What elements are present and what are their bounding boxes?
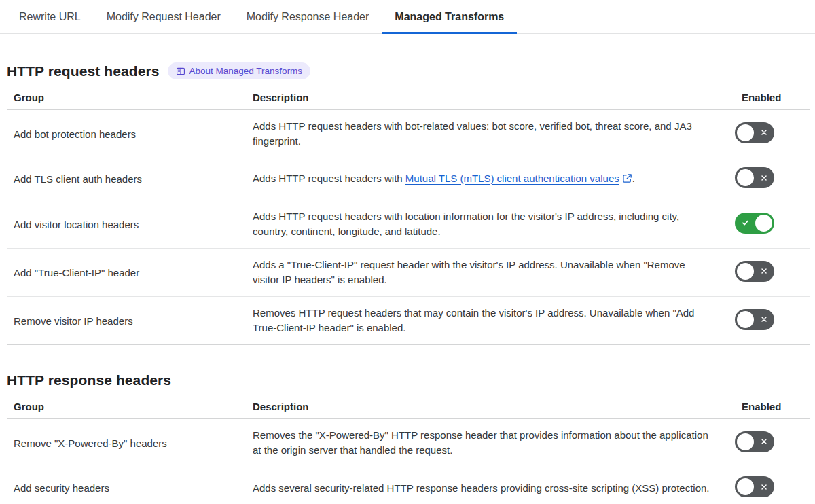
x-icon xyxy=(760,128,768,137)
column-header-group: Group xyxy=(7,89,246,110)
toggle-knob xyxy=(737,478,754,495)
enabled-toggle[interactable] xyxy=(735,122,774,143)
description-cell: Adds HTTP request headers with location … xyxy=(246,200,735,249)
enabled-toggle[interactable] xyxy=(735,167,774,188)
description-link[interactable]: Mutual TLS (mTLS) client authentication … xyxy=(405,173,619,184)
check-icon xyxy=(741,219,750,228)
x-icon xyxy=(760,267,768,275)
description-text: Adds HTTP request headers with xyxy=(253,173,405,184)
tab-rewrite-url[interactable]: Rewrite URL xyxy=(6,0,94,33)
enabled-toggle[interactable] xyxy=(735,476,774,497)
toggle-knob xyxy=(737,311,754,328)
table-row: Add security headersAdds several securit… xyxy=(7,467,810,504)
enabled-toggle[interactable] xyxy=(735,309,774,330)
group-cell: Remove "X-Powered-By" headers xyxy=(7,419,246,467)
description-text: . xyxy=(632,173,635,184)
group-cell: Add "True-Client-IP" header xyxy=(7,249,246,297)
enabled-toggle[interactable] xyxy=(735,261,774,282)
main-content: HTTP request headers About Managed Trans… xyxy=(0,62,815,504)
column-header-group: Group xyxy=(7,398,246,419)
toggle-knob xyxy=(737,124,754,141)
description-cell: Adds HTTP request headers with bot-relat… xyxy=(246,110,735,158)
tab-modify-request-header[interactable]: Modify Request Header xyxy=(94,0,234,33)
book-icon xyxy=(176,67,185,76)
enabled-cell xyxy=(735,158,810,200)
table-row: Remove visitor IP headersRemoves HTTP re… xyxy=(7,297,810,345)
table-row: Add visitor location headersAdds HTTP re… xyxy=(7,200,810,249)
tab-bar: Rewrite URL Modify Request Header Modify… xyxy=(0,0,815,34)
group-cell: Add bot protection headers xyxy=(7,110,246,158)
column-header-description: Description xyxy=(246,398,735,419)
enabled-toggle[interactable] xyxy=(735,213,774,234)
request-headers-title: HTTP request headers xyxy=(7,63,160,79)
group-cell: Add security headers xyxy=(7,467,246,504)
request-headers-table: Group Description Enabled Add bot protec… xyxy=(7,89,810,345)
column-header-description: Description xyxy=(246,89,735,110)
enabled-cell xyxy=(735,249,810,297)
toggle-knob xyxy=(737,169,754,186)
x-icon xyxy=(760,315,768,323)
description-cell: Adds a "True-Client-IP" request header w… xyxy=(246,249,735,297)
group-cell: Add TLS client auth headers xyxy=(7,158,246,200)
badge-label: About Managed Transforms xyxy=(189,66,303,76)
toggle-knob xyxy=(737,263,754,280)
enabled-cell xyxy=(735,110,810,158)
x-icon xyxy=(760,483,768,491)
group-cell: Add visitor location headers xyxy=(7,200,246,249)
enabled-cell xyxy=(735,419,810,467)
response-headers-table: Group Description Enabled Remove "X-Powe… xyxy=(7,398,810,504)
description-cell: Removes HTTP request headers that may co… xyxy=(246,297,735,345)
request-headers-section-head: HTTP request headers About Managed Trans… xyxy=(7,62,810,79)
response-headers-section-head: HTTP response headers xyxy=(7,372,810,389)
table-row: Add "True-Client-IP" headerAdds a "True-… xyxy=(7,249,810,297)
table-row: Remove "X-Powered-By" headersRemoves the… xyxy=(7,419,810,467)
tab-managed-transforms[interactable]: Managed Transforms xyxy=(382,0,517,33)
description-cell: Removes the "X-Powered-By" HTTP response… xyxy=(246,419,735,467)
enabled-cell xyxy=(735,200,810,249)
x-icon xyxy=(760,174,768,182)
table-row: Add bot protection headersAdds HTTP requ… xyxy=(7,110,810,158)
toggle-knob xyxy=(737,433,754,450)
column-header-enabled: Enabled xyxy=(735,398,810,419)
enabled-toggle[interactable] xyxy=(735,431,774,452)
table-header-row: Group Description Enabled xyxy=(7,89,810,110)
enabled-cell xyxy=(735,297,810,345)
toggle-knob xyxy=(755,215,772,232)
tab-modify-response-header[interactable]: Modify Response Header xyxy=(234,0,382,33)
external-link-icon xyxy=(622,173,632,187)
description-cell: Adds several security-related HTTP respo… xyxy=(246,467,735,504)
table-header-row: Group Description Enabled xyxy=(7,398,810,419)
column-header-enabled: Enabled xyxy=(735,89,810,110)
group-cell: Remove visitor IP headers xyxy=(7,297,246,345)
description-cell: Adds HTTP request headers with Mutual TL… xyxy=(246,158,735,200)
about-managed-transforms-badge[interactable]: About Managed Transforms xyxy=(168,62,311,79)
enabled-cell xyxy=(735,467,810,504)
response-headers-title: HTTP response headers xyxy=(7,372,171,389)
x-icon xyxy=(760,437,768,446)
table-row: Add TLS client auth headersAdds HTTP req… xyxy=(7,158,810,200)
